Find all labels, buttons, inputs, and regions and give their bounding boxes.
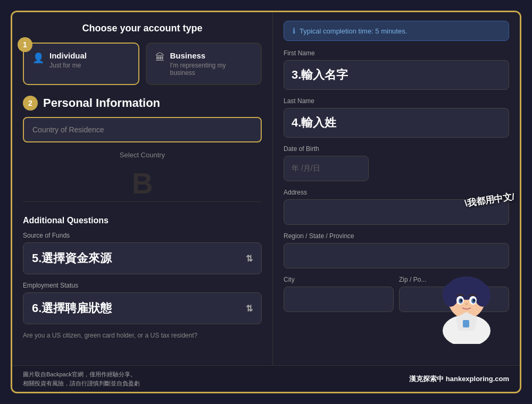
account-type-section: 1 👤 Individual Just for me 🏛 <box>23 43 262 85</box>
last-name-input[interactable]: 4.輸入姓 <box>284 108 509 138</box>
business-icon: 🏛 <box>155 52 165 63</box>
additional-questions-section: Additional Questions Source of Funds 5.選… <box>23 208 262 347</box>
personal-info-header: 2 Personal Information <box>23 96 262 111</box>
individual-icon: 👤 <box>32 52 44 64</box>
svg-point-10 <box>460 299 462 302</box>
account-type-title: Choose your account type <box>23 23 262 34</box>
dob-input[interactable]: 年 /月/日 <box>284 156 369 181</box>
footer-line1: 圖片取自Backpack官網，僅用作經驗分享。 <box>23 371 136 377</box>
completion-banner: ℹ Typical completion time: 5 minutes. <box>284 21 509 41</box>
first-name-group: First Name 3.輸入名字 <box>284 49 509 90</box>
chevron-down-icon: ⇅ <box>246 254 253 264</box>
employment-status-value: 6.選擇聘雇狀態 <box>32 300 112 316</box>
footer: 圖片取自Backpack官網，僅用作經驗分享。 相關投資有風險，請自行謹慎判斷並… <box>12 365 520 392</box>
employment-status-select[interactable]: 6.選擇聘雇狀態 ⇅ <box>23 292 262 324</box>
svg-point-5 <box>475 283 491 307</box>
info-icon: ℹ <box>293 27 295 35</box>
footer-disclaimer: 圖片取自Backpack官網，僅用作經驗分享。 相關投資有風險，請自行謹慎判斷並… <box>23 370 140 388</box>
watermark-area: B <box>23 169 262 195</box>
completion-text: Typical completion time: 5 minutes. <box>300 27 407 35</box>
city-label: City <box>284 276 394 283</box>
outer-container: Choose your account type 1 👤 Individual … <box>11 11 521 393</box>
character-svg <box>413 254 520 344</box>
svg-rect-12 <box>463 320 469 327</box>
business-subtitle: I'm representing my business <box>170 62 253 77</box>
business-title: Business <box>170 51 253 60</box>
source-of-funds-select[interactable]: 5.選擇資金來源 ⇅ <box>23 242 262 274</box>
chevron-down-icon2: ⇅ <box>246 304 253 314</box>
main-layout: Choose your account type 1 👤 Individual … <box>12 12 520 365</box>
source-of-funds-value: 5.選擇資金來源 <box>32 250 112 266</box>
address-group: Address \我都用中文/ <box>284 189 509 225</box>
us-citizen-text: Are you a US citizen, green card holder,… <box>23 332 262 339</box>
divider <box>23 201 262 202</box>
personal-info-heading: Personal Information <box>43 96 160 110</box>
left-panel: Choose your account type 1 👤 Individual … <box>12 12 273 365</box>
footer-line2: 相關投資有風險，請自行謹慎判斷並自負盈虧 <box>23 380 140 386</box>
individual-subtitle: Just for me <box>49 62 87 69</box>
first-name-value: 3.輸入名字 <box>292 67 348 83</box>
first-name-input[interactable]: 3.輸入名字 <box>284 60 509 90</box>
region-label: Region / State / Province <box>284 232 509 240</box>
svg-point-11 <box>473 299 475 302</box>
address-label: Address <box>284 189 509 196</box>
footer-brand: 漢克探索中 hankexploring.com <box>409 374 509 384</box>
country-label: Country of Residence <box>32 125 104 134</box>
last-name-group: Last Name 4.輸入姓 <box>284 97 509 138</box>
address-input[interactable] <box>284 199 509 225</box>
last-name-value: 4.輸入姓 <box>292 115 336 131</box>
last-name-label: Last Name <box>284 97 509 105</box>
source-of-funds-label: Source of Funds <box>23 232 262 239</box>
first-name-label: First Name <box>284 49 509 57</box>
step1-badge: 1 <box>18 37 32 52</box>
business-card-content: Business I'm representing my business <box>170 51 253 77</box>
city-group: City <box>284 276 394 312</box>
step2-badge: 2 <box>23 96 38 111</box>
individual-card[interactable]: 👤 Individual Just for me <box>23 43 139 85</box>
watermark: B <box>23 169 262 195</box>
employment-status-label: Employment Status <box>23 282 262 289</box>
dob-label: Date of Birth <box>284 145 509 153</box>
svg-point-4 <box>443 283 459 307</box>
select-country[interactable]: Select Country <box>23 147 262 163</box>
dob-group: Date of Birth 年 /月/日 <box>284 145 509 181</box>
business-card[interactable]: 🏛 Business I'm representing my business <box>146 43 262 85</box>
dob-placeholder: 年 /月/日 <box>292 164 320 173</box>
individual-card-content: Individual Just for me <box>49 51 87 69</box>
city-input[interactable] <box>284 287 394 312</box>
account-cards-row: 👤 Individual Just for me 🏛 Business I'm … <box>23 43 262 85</box>
additional-questions-title: Additional Questions <box>23 216 262 225</box>
country-field-box[interactable]: Country of Residence <box>23 117 262 142</box>
right-panel: ℹ Typical completion time: 5 minutes. Fi… <box>273 12 520 365</box>
individual-title: Individual <box>49 51 87 60</box>
character-illustration <box>413 254 520 344</box>
personal-info-section: 2 Personal Information Country of Reside… <box>23 96 262 195</box>
